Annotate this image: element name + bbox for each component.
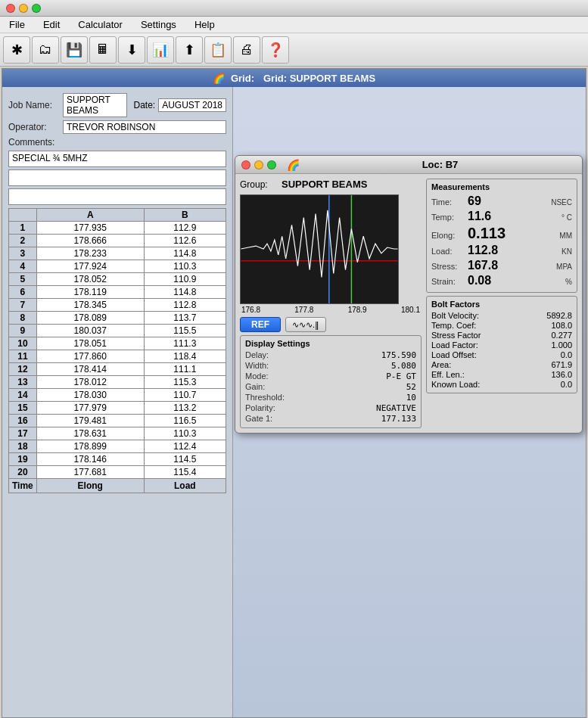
row-num-15: 16	[9, 415, 37, 427]
toolbar-chart[interactable]: 📊	[147, 36, 174, 64]
table-row[interactable]: 12 178.414 111.1	[9, 363, 226, 376]
cell-a-6: 178.345	[36, 299, 144, 312]
cell-b-0: 112.9	[144, 222, 226, 235]
group-label: Group:	[240, 179, 282, 190]
table-row[interactable]: 9 180.037 115.5	[9, 325, 226, 337]
bolt-velocity-value: 5892.8	[546, 311, 572, 320]
operator-row: Operator: TREVOR ROBINSON	[8, 120, 226, 134]
toolbar: ✱ 🗂 💾 🖩 ⬇ 📊 ⬆ 📋 🖨 ❓	[0, 33, 588, 67]
bolt-area-value: 671.9	[551, 360, 572, 369]
table-row[interactable]: 14 178.030 110.7	[9, 389, 226, 402]
row-num-13: 14	[9, 389, 37, 402]
bolt-stress-factor-value: 0.277	[551, 331, 572, 340]
table-row[interactable]: 16 179.481 116.5	[9, 415, 226, 427]
operator-value: TREVOR ROBINSON	[63, 120, 226, 134]
table-row[interactable]: 17 178.631 110.3	[9, 427, 226, 440]
overlay-maximize[interactable]	[267, 160, 276, 169]
cell-a-0: 177.935	[36, 222, 144, 235]
toolbar-help[interactable]: ❓	[262, 36, 289, 64]
meas-temp-unit: ° C	[551, 213, 572, 222]
ds-width-label: Width:	[245, 361, 269, 371]
table-row[interactable]: 6 178.119 114.8	[9, 286, 226, 299]
menu-calculator[interactable]: Calculator	[75, 17, 126, 32]
table-row[interactable]: 10 178.051 111.3	[9, 337, 226, 350]
group-value: SUPPORT BEAMS	[282, 179, 367, 190]
minimize-button[interactable]	[19, 4, 28, 13]
bolt-velocity-row: Bolt Velocity: 5892.8	[431, 311, 572, 320]
overlay-close[interactable]	[241, 160, 250, 169]
toolbar-save[interactable]: 💾	[61, 36, 88, 64]
meas-elong-row: Elong: 0.113 MM	[431, 225, 572, 242]
table-row[interactable]: 1 177.935 112.9	[9, 222, 226, 235]
menu-edit[interactable]: Edit	[40, 17, 63, 32]
table-row[interactable]: 11 177.860 118.4	[9, 350, 226, 363]
row-num-6: 7	[9, 299, 37, 312]
toolbar-calc[interactable]: 🖩	[89, 36, 117, 64]
table-footer: Time Elong Load	[9, 479, 226, 493]
ref-button[interactable]: REF	[240, 317, 281, 332]
table-row[interactable]: 7 178.345 112.8	[9, 299, 226, 312]
maximize-button[interactable]	[32, 4, 41, 13]
cell-b-9: 111.3	[144, 337, 226, 350]
menu-help[interactable]: Help	[191, 17, 218, 32]
cell-a-13: 178.030	[36, 389, 144, 402]
grid-label: Grid:	[231, 73, 254, 84]
date-label: Date:	[133, 100, 155, 110]
meas-time-unit: NSEC	[551, 198, 572, 207]
cell-b-3: 110.3	[144, 260, 226, 273]
table-row[interactable]: 2 178.666 112.6	[9, 235, 226, 247]
close-button[interactable]	[6, 4, 15, 13]
table-row[interactable]: 8 178.089 113.7	[9, 312, 226, 325]
data-table: A B 1 177.935 112.9 2 178.666 112.6 3 17…	[8, 208, 226, 493]
cell-a-18: 178.146	[36, 453, 144, 466]
toolbar-down[interactable]: ⬇	[118, 36, 145, 64]
job-name-label: Job Name:	[8, 100, 63, 110]
table-row[interactable]: 20 177.681 115.4	[9, 466, 226, 479]
ds-delay: Delay: 175.590	[245, 350, 416, 360]
cell-b-17: 112.4	[144, 440, 226, 453]
cell-b-19: 115.4	[144, 466, 226, 479]
toolbar-up[interactable]: ⬆	[176, 36, 203, 64]
table-row[interactable]: 15 177.979 113.2	[9, 402, 226, 415]
toolbar-open[interactable]: 🗂	[32, 36, 59, 64]
table-row[interactable]: 4 177.924 110.3	[9, 260, 226, 273]
cell-b-4: 110.9	[144, 273, 226, 286]
date-value: AUGUST 2018	[158, 98, 226, 112]
meas-stress-label: Stress:	[431, 262, 465, 271]
data-table-container: A B 1 177.935 112.9 2 178.666 112.6 3 17…	[8, 208, 226, 493]
table-row[interactable]: 18 178.899 112.4	[9, 440, 226, 453]
table-row[interactable]: 13 178.012 115.3	[9, 376, 226, 389]
col-b-header: B	[144, 209, 226, 222]
table-row[interactable]: 19 178.146 114.5	[9, 453, 226, 466]
cell-a-11: 178.414	[36, 363, 144, 376]
overlay-minimize[interactable]	[254, 160, 263, 169]
bolt-title: Bolt Factors	[431, 300, 572, 309]
overlay-body: Group: SUPPORT BEAMS	[235, 174, 582, 433]
row-num-18: 19	[9, 453, 37, 466]
ref-btn-row: REF ∿∿∿.‖	[240, 317, 422, 332]
toolbar-clipboard[interactable]: 📋	[204, 36, 232, 64]
menu-file[interactable]: File	[6, 17, 28, 32]
row-num-11: 12	[9, 363, 37, 376]
meas-temp-label: Temp:	[431, 213, 465, 222]
cell-b-18: 114.5	[144, 453, 226, 466]
cell-b-1: 112.6	[144, 235, 226, 247]
wave-button[interactable]: ∿∿∿.‖	[285, 317, 326, 332]
toolbar-print[interactable]: 🖨	[233, 36, 260, 64]
bolt-stress-factor-row: Stress Factor 0.277	[431, 331, 572, 340]
cell-b-12: 115.3	[144, 376, 226, 389]
table-row[interactable]: 5 178.052 110.9	[9, 273, 226, 286]
cell-a-19: 177.681	[36, 466, 144, 479]
overlay-rainbow-icon: 🌈	[287, 159, 300, 171]
toolbar-new[interactable]: ✱	[3, 36, 30, 64]
rainbow-icon: 🌈	[213, 73, 225, 84]
bolt-load-factor-label: Load Factor:	[431, 340, 478, 350]
row-num-14: 15	[9, 402, 37, 415]
cell-b-2: 114.8	[144, 247, 226, 260]
table-row[interactable]: 3 178.233 114.8	[9, 247, 226, 260]
meas-temp-value: 11.6	[468, 210, 548, 223]
menu-settings[interactable]: Settings	[138, 17, 179, 32]
ds-threshold: Threshold: 10	[245, 393, 416, 403]
app-title-bar	[0, 0, 588, 17]
cell-a-5: 178.119	[36, 286, 144, 299]
